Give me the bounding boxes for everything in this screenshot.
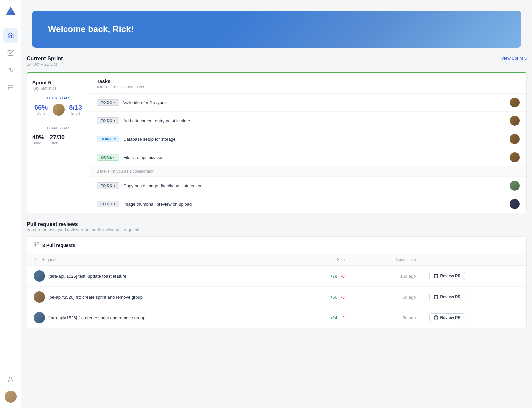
sprint-key-statistics: Key Statistics bbox=[32, 86, 84, 91]
svg-line-4 bbox=[10, 70, 11, 71]
pr-title: [be-api#1526] fix: create sprint and rem… bbox=[48, 295, 143, 300]
main-content: Welcome back, Rick! Current Sprint 14 Oc… bbox=[21, 0, 532, 408]
task-assignee-avatar bbox=[510, 116, 520, 126]
sprint-name: Sprint 5 bbox=[32, 80, 84, 85]
your-stats-avatar bbox=[53, 104, 65, 116]
task-assignee-avatar bbox=[510, 98, 520, 107]
collaborator-tasks-list: TO DO ▾ Copy paste image directly on sla… bbox=[90, 177, 526, 213]
your-stats-label: YOUR STATS bbox=[32, 96, 84, 100]
logo[interactable] bbox=[5, 5, 17, 17]
sidebar-nav bbox=[3, 28, 18, 364]
pr-section-title: Pull request reviews bbox=[27, 221, 527, 227]
svg-point-11 bbox=[9, 377, 12, 379]
user-avatar[interactable] bbox=[5, 391, 17, 403]
chevron-down-icon: ▾ bbox=[114, 137, 116, 141]
tasks-panel: Tasks 4 tasks are assigned to you. TO DO… bbox=[90, 73, 526, 213]
svg-marker-0 bbox=[6, 7, 15, 15]
col-open-since: Open since bbox=[351, 254, 422, 266]
size-add: +56 bbox=[330, 295, 337, 300]
task-badge-todo[interactable]: TO DO ▾ bbox=[97, 201, 119, 207]
task-badge-todo[interactable]: TO DO ▾ bbox=[97, 117, 119, 124]
github-icon bbox=[434, 315, 438, 320]
task-badge-todo[interactable]: TO DO ▾ bbox=[97, 182, 119, 189]
pr-card: 3 Pull requests Pull Request Size Open s… bbox=[27, 236, 527, 328]
task-row: DOING ▾ Database setup for storage bbox=[90, 130, 526, 148]
pr-row-name-cell: [be-api#1526] fix: create sprint and rem… bbox=[27, 287, 292, 307]
team-stats-row: 40% Done 27/30 Effort bbox=[32, 134, 84, 145]
view-sprint-link[interactable]: View Sprint 5 bbox=[501, 56, 527, 61]
size-add: +78 bbox=[330, 274, 337, 279]
task-row: TO DO ▾ Copy paste image directly on sla… bbox=[90, 177, 526, 195]
task-name: Copy paste image directly on slate edito… bbox=[123, 183, 506, 188]
task-name: Database setup for storage bbox=[123, 137, 506, 142]
pr-table-body: [tara-api#1526] test: update toast featu… bbox=[27, 266, 526, 328]
section-header-left: Current Sprint 14 Oct – 21 Oct bbox=[27, 56, 63, 71]
task-badge-todo[interactable]: TO DO ▾ bbox=[97, 99, 119, 106]
team-done-stat: 40% Done bbox=[32, 134, 44, 145]
pr-table: Pull Request Size Open since [tara-api#1… bbox=[27, 254, 526, 328]
github-icon bbox=[434, 295, 438, 299]
table-row: [tara-api#1526] test: update toast featu… bbox=[27, 266, 526, 287]
team-stats-label: TEAM STATS bbox=[32, 126, 84, 130]
sidebar-item-reports[interactable] bbox=[3, 80, 18, 95]
pr-size: +56 -3 bbox=[292, 287, 351, 307]
svg-point-10 bbox=[8, 89, 9, 89]
pr-row-name: [tara-api#1526] fix: create sprint and r… bbox=[34, 312, 285, 323]
sidebar-item-profile[interactable] bbox=[3, 372, 18, 387]
task-name: Image thumbnail preview on upload bbox=[123, 202, 506, 207]
svg-point-9 bbox=[8, 87, 9, 88]
pr-open-since: 16d ago bbox=[351, 266, 422, 287]
team-effort-label: Effort bbox=[50, 141, 65, 145]
task-row: DONE ▾ File size optimization bbox=[90, 148, 526, 166]
pr-action-cell: Review PR bbox=[423, 266, 526, 287]
table-row: [be-api#1526] fix: create sprint and rem… bbox=[27, 287, 526, 307]
pr-row-name-cell: [tara-api#1526] test: update toast featu… bbox=[27, 266, 292, 287]
your-done-label: Done bbox=[37, 111, 45, 115]
team-effort-value: 27/30 bbox=[50, 134, 65, 141]
size-remove: -3 bbox=[341, 295, 345, 300]
col-action bbox=[423, 254, 526, 266]
sidebar bbox=[0, 0, 21, 408]
pr-card-header: 3 Pull requests bbox=[27, 237, 526, 254]
task-badge-doing[interactable]: DOING ▾ bbox=[97, 136, 119, 142]
section-date-range: 14 Oct – 21 Oct bbox=[27, 62, 63, 67]
welcome-title: Welcome back, Rick! bbox=[48, 24, 505, 34]
task-assignee-avatar bbox=[510, 199, 520, 209]
pr-row-name: [tara-api#1526] test: update toast featu… bbox=[34, 270, 285, 282]
collaborator-tasks-label: 2 tasks list you as a collaborator. bbox=[90, 166, 526, 177]
task-assignee-avatar bbox=[510, 181, 520, 191]
sidebar-bottom bbox=[3, 372, 18, 403]
pr-action-cell: Review PR bbox=[423, 307, 526, 328]
task-badge-done[interactable]: DONE ▾ bbox=[97, 154, 119, 161]
svg-point-8 bbox=[8, 85, 9, 86]
chevron-down-icon: ▾ bbox=[114, 202, 115, 206]
chevron-down-icon: ▾ bbox=[114, 184, 115, 187]
pr-section-subtitle: You are an assigned reviewer on the foll… bbox=[27, 227, 527, 232]
your-done-stat: 66% Done bbox=[32, 104, 50, 115]
stats-divider bbox=[27, 121, 90, 121]
size-add: +24 bbox=[330, 315, 337, 320]
team-effort-stat: 27/30 Effort bbox=[50, 134, 65, 145]
review-pr-button[interactable]: Review PR bbox=[429, 293, 465, 301]
tasks-assigned-subtitle: 4 tasks are assigned to you. bbox=[97, 85, 520, 89]
pr-avatar bbox=[34, 270, 45, 282]
review-pr-button[interactable]: Review PR bbox=[429, 313, 465, 322]
team-done-pct: 40% bbox=[32, 134, 44, 141]
pr-row-name-cell: [tara-api#1526] fix: create sprint and r… bbox=[27, 307, 292, 328]
pr-avatar bbox=[34, 312, 45, 323]
assigned-tasks-list: TO DO ▾ Validation for file types TO DO … bbox=[90, 94, 526, 166]
review-pr-button[interactable]: Review PR bbox=[429, 272, 465, 280]
your-done-pct: 66% bbox=[34, 104, 48, 111]
size-remove: -2 bbox=[341, 315, 345, 320]
task-row: TO DO ▾ Image thumbnail preview on uploa… bbox=[90, 195, 526, 213]
col-pr: Pull Request bbox=[27, 254, 292, 266]
sidebar-item-edit[interactable] bbox=[3, 45, 18, 60]
pull-requests-section: Pull request reviews You are an assigned… bbox=[21, 213, 532, 328]
sidebar-item-home[interactable] bbox=[3, 28, 18, 43]
sidebar-item-integrations[interactable] bbox=[3, 63, 18, 77]
tasks-title: Tasks bbox=[97, 78, 520, 84]
pr-size: +78 -6 bbox=[292, 266, 351, 287]
chevron-down-icon: ▾ bbox=[114, 119, 115, 122]
current-sprint-section: Current Sprint 14 Oct – 21 Oct View Spri… bbox=[21, 48, 532, 213]
pr-row-name: [be-api#1526] fix: create sprint and rem… bbox=[34, 291, 285, 303]
